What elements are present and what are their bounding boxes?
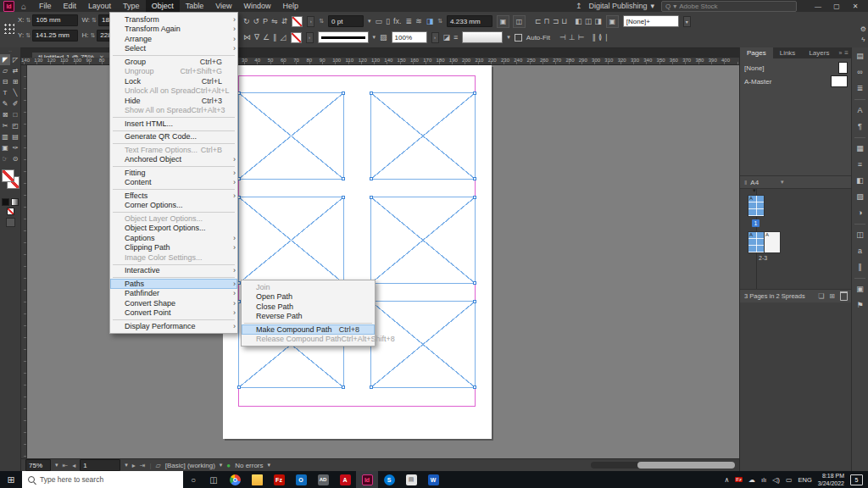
submenu-item-close-path[interactable]: Close Path [242,302,375,312]
gradient-feather-icon[interactable]: ≡ [453,33,458,42]
scissors-tool[interactable]: ✂ [0,120,10,131]
reference-point-icon[interactable]: P [263,17,268,25]
type-tool[interactable]: T [0,87,10,98]
submenu-item-reverse-path[interactable]: Reverse Path [242,312,375,322]
apply-color-button[interactable] [2,198,9,206]
menu-item-object-layer-options[interactable]: Object Layer Options... › [110,214,237,224]
menu-item-lock[interactable]: Lock Ctrl+L › [110,76,237,86]
frame-tool[interactable]: ⊠ [0,109,10,120]
direct-selection-tool[interactable]: ◸ [10,54,20,65]
adobe-stock-search[interactable]: Q ▾ Adobe Stock [661,1,797,12]
align-icon[interactable]: ⊐ [553,17,559,25]
corner-radius-field[interactable]: 4.233 mm [447,15,492,27]
restore-button[interactable]: ▢ [827,0,846,12]
filezilla-icon[interactable]: Fz [268,471,290,488]
menu-layout[interactable]: Layout [82,0,117,12]
eyedropper-tool[interactable]: ✑ [10,142,20,153]
frame-corner-icon[interactable]: ▯ [386,17,390,25]
align-icon[interactable]: ⊔ [561,17,567,25]
preflight-profile[interactable]: [Basic] (working) [165,462,215,469]
y-field[interactable]: 141.25 mm [32,30,78,42]
horizontal-scrollbar[interactable] [591,462,735,469]
opacity-field[interactable]: 100% [392,31,427,43]
menu-item-effects[interactable]: Effects › [110,191,237,201]
zoom-tool[interactable]: ⊙ [10,153,20,164]
drop-shadow-icon[interactable]: ◪ [443,33,451,42]
links-panel-icon[interactable]: ∞ [854,67,865,77]
quick-apply-icon[interactable]: ϟ [861,36,865,43]
tab-links[interactable]: Links [773,47,803,58]
filezilla-tray-icon[interactable]: Fz [735,477,743,482]
corner-shape-icon[interactable]: ▭ [376,17,383,25]
menu-item-group[interactable]: Group Ctrl+G › [110,57,237,67]
tab-pages[interactable]: Pages [740,47,773,58]
chevron-down-icon[interactable]: ▾ [507,34,510,41]
paragraph-styles-panel-icon[interactable]: ¶ [854,121,865,131]
gradient-feather-tool[interactable]: ▤ [10,131,20,142]
distribute-icon[interactable]: ∥ [592,33,596,42]
workspace-switcher[interactable]: Digital Publishing ▾ [588,2,654,10]
delete-page-icon[interactable] [840,291,848,301]
screen-mode-button[interactable] [6,218,15,227]
glyphs-panel-icon[interactable]: a [854,246,865,256]
gradient-tool[interactable]: ▥ [0,131,10,142]
color-panel-icon[interactable]: ◧ [854,175,865,186]
previous-page-button[interactable]: ◂ [72,462,75,469]
cortana-icon[interactable]: ○ [183,471,203,488]
menu-edit[interactable]: Edit [58,0,83,12]
align-icon[interactable]: ⊣ [559,33,566,42]
page-tool[interactable]: ▱ [0,65,10,76]
distribute-icon[interactable]: ◨ [594,17,602,25]
flip-h-icon[interactable]: ⇋ [271,17,278,25]
free-transform-tool[interactable]: ◰ [10,120,20,131]
stepper-icon[interactable]: ⇅ [90,32,95,39]
stepper-icon[interactable]: ⇅ [319,18,324,25]
page-1-thumbnail[interactable]: A [748,195,765,217]
menu-item-pathfinder[interactable]: Pathfinder › [110,289,237,299]
scrollbar-thumb[interactable] [637,462,735,469]
placeholder-frame-4[interactable] [370,197,476,284]
opacity-flyout-button[interactable]: › [431,32,439,43]
alternate-layout-bar[interactable]: ‖ A4 ▾ [740,175,852,189]
distribute-icon[interactable]: ◧ [575,17,582,25]
distribute-icon[interactable]: ∣ [604,33,609,42]
menu-item-convert-point[interactable]: Convert Point › [110,308,237,319]
placeholder-frame-2[interactable] [370,92,476,180]
create-page-icon[interactable]: ⊞ [829,292,835,300]
menu-item-image-color-settings[interactable]: Image Color Settings... › [110,252,237,263]
taskbar-clock[interactable]: 8:18 PM 3/24/2022 [818,472,844,488]
submenu-item-release-compound-path[interactable]: Release Compound Path Ctrl+Alt+Shift+8 [242,335,375,345]
align-panel-icon[interactable]: ∥ [854,262,865,272]
flip-horizontal-icon[interactable]: ⋈ [243,33,251,42]
pages-panel-icon[interactable]: ▤ [854,51,865,61]
effect-style-dropdown[interactable] [462,31,503,43]
ad-app-icon[interactable]: AD [312,471,334,488]
character-styles-panel-icon[interactable]: A [854,99,865,115]
menu-item-corner-options[interactable]: Corner Options... › [110,201,237,211]
x-field[interactable]: 105 mm [32,14,78,26]
align-icon[interactable]: ⊏ [535,17,542,25]
chrome-icon[interactable] [224,471,246,488]
menu-item-hide[interactable]: Hide Ctrl+3 › [110,96,237,106]
acrobat-icon[interactable]: A [334,471,356,488]
rotate-ccw-icon[interactable]: ↺ [253,17,260,25]
stroke-style-dropdown[interactable] [318,31,369,43]
menu-item-show-all[interactable]: Show All on Spread Ctrl+Alt+3 › [110,106,237,116]
stroke-swatch[interactable] [292,16,303,27]
file-explorer-icon[interactable] [246,471,268,488]
menu-item-interactive[interactable]: Interactive › [110,266,237,276]
content-collector-tool[interactable]: ⊟ [0,76,10,87]
distribute-icon[interactable]: ≬ [598,33,602,42]
task-view-icon[interactable]: ◫ [203,471,224,488]
flip-vertical-icon[interactable]: ∇ [254,33,259,42]
autofit-checkbox[interactable] [515,34,522,42]
menu-item-unlock-all[interactable]: Unlock All on Spread Ctrl+Alt+L › [110,86,237,97]
menu-file[interactable]: File [33,0,58,12]
master-a-row[interactable]: A-Master [740,75,852,88]
rotate-cw-icon[interactable]: ↻ [243,17,250,25]
toolbar-grip[interactable]: ·· [0,47,20,54]
home-icon[interactable]: ⌂ [21,2,26,11]
menu-item-captions[interactable]: Captions › [110,233,237,243]
chevron-down-icon[interactable]: ▾ [268,462,271,469]
submenu-item-make-compound-path[interactable]: Make Compound Path Ctrl+8 [242,324,375,335]
